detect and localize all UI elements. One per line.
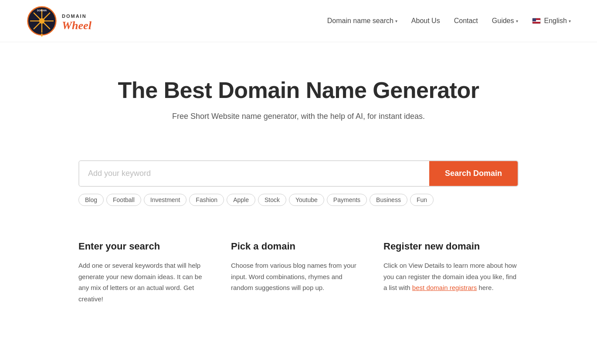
search-input[interactable]	[79, 161, 429, 186]
info-card-register-domain: Register new domain Click on View Detail…	[383, 241, 519, 304]
tag-item[interactable]: Blog	[78, 194, 104, 206]
main-nav: Domain name search ▾ About Us Contact Gu…	[327, 17, 571, 25]
search-button[interactable]: Search Domain	[429, 161, 518, 186]
tag-item[interactable]: Apple	[227, 194, 255, 206]
nav-about[interactable]: About Us	[411, 17, 440, 25]
logo-link[interactable]: DOMAIN DOMAIN Wheel	[26, 5, 119, 37]
info-card-body: Add one or several keywords that will he…	[78, 260, 214, 304]
tag-item[interactable]: Business	[370, 194, 407, 206]
nav-domain-search[interactable]: Domain name search ▾	[327, 17, 397, 25]
registrars-link[interactable]: best domain registrars	[412, 284, 477, 291]
nav-contact[interactable]: Contact	[454, 17, 478, 25]
info-card-title: Register new domain	[383, 241, 519, 252]
svg-text:DOMAIN: DOMAIN	[37, 9, 47, 12]
tag-item[interactable]: Stock	[258, 194, 286, 206]
site-header: DOMAIN DOMAIN Wheel Domain name search ▾…	[0, 0, 597, 42]
chevron-down-icon: ▾	[569, 19, 571, 24]
svg-text:DOMAIN: DOMAIN	[62, 13, 87, 19]
info-section: Enter your search Add one or several key…	[61, 241, 536, 304]
logo-icon: DOMAIN	[26, 5, 58, 37]
hero-section: The Best Domain Name Generator Free Shor…	[0, 42, 597, 160]
tag-item[interactable]: Investment	[144, 194, 187, 206]
tag-item[interactable]: Youtube	[289, 194, 324, 206]
tag-item[interactable]: Fashion	[189, 194, 224, 206]
tag-item[interactable]: Football	[106, 194, 141, 206]
svg-text:Wheel: Wheel	[62, 19, 92, 32]
register-text-post: here.	[477, 284, 493, 291]
chevron-down-icon: ▾	[516, 19, 518, 24]
search-section: Search Domain BlogFootballInvestmentFash…	[61, 160, 536, 206]
logo-text: DOMAIN Wheel	[62, 10, 119, 32]
nav-guides[interactable]: Guides ▾	[492, 17, 518, 25]
hero-subtitle: Free Short Website name generator, with …	[17, 112, 580, 121]
info-card-enter-search: Enter your search Add one or several key…	[78, 241, 214, 304]
tag-item[interactable]: Payments	[327, 194, 367, 206]
flag-icon	[532, 18, 541, 24]
info-card-title: Pick a domain	[231, 241, 366, 252]
svg-point-5	[39, 18, 45, 24]
tag-list: BlogFootballInvestmentFashionAppleStockY…	[78, 194, 519, 206]
search-form: Search Domain	[78, 160, 519, 187]
tag-item[interactable]: Fun	[410, 194, 434, 206]
info-card-title: Enter your search	[78, 241, 214, 252]
info-card-body: Choose from various blog names from your…	[231, 260, 366, 293]
language-selector[interactable]: English ▾	[532, 17, 571, 25]
page-title: The Best Domain Name Generator	[17, 77, 580, 103]
info-card-pick-domain: Pick a domain Choose from various blog n…	[231, 241, 366, 304]
chevron-down-icon: ▾	[395, 19, 397, 24]
info-card-body: Click on View Details to learn more abou…	[383, 260, 519, 293]
